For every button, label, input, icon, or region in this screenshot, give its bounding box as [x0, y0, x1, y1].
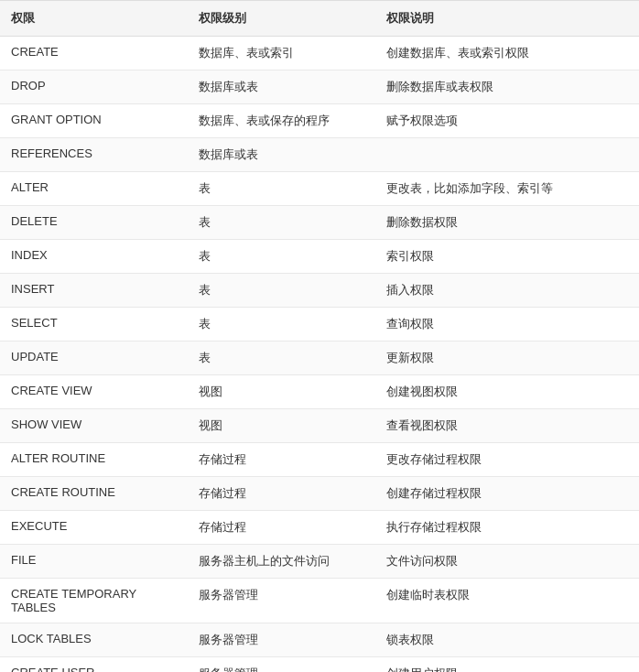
table-row: CREATE TEMPORARY TABLES服务器管理创建临时表权限 [0, 579, 639, 623]
cell-desc: 查询权限 [375, 308, 639, 341]
table-row: SELECT表查询权限 [0, 308, 639, 341]
table-row: UPDATE表更新权限 [0, 341, 639, 375]
table-row: DROP数据库或表删除数据库或表权限 [0, 70, 639, 104]
cell-level: 存储过程 [188, 443, 375, 477]
cell-level: 数据库、表或保存的程序 [188, 104, 375, 138]
cell-priv: FILE [0, 545, 188, 579]
cell-priv: CREATE [0, 37, 188, 70]
cell-priv: GRANT OPTION [0, 104, 188, 138]
table-row: ALTER表更改表，比如添加字段、索引等 [0, 172, 639, 206]
cell-priv: CREATE VIEW [0, 375, 188, 409]
cell-level: 服务器管理 [188, 623, 375, 657]
cell-priv: SELECT [0, 308, 188, 341]
header-level: 权限级别 [188, 1, 375, 37]
cell-desc: 插入权限 [375, 274, 639, 308]
cell-level: 数据库或表 [188, 138, 375, 172]
cell-level: 服务器管理 [188, 657, 375, 673]
cell-desc: 锁表权限 [375, 623, 639, 657]
table-row: INDEX表索引权限 [0, 240, 639, 274]
cell-desc: 查看视图权限 [375, 409, 639, 443]
cell-priv: CREATE ROUTINE [0, 477, 188, 511]
cell-priv: EXECUTE [0, 511, 188, 545]
cell-desc: 索引权限 [375, 240, 639, 274]
header-priv: 权限 [0, 1, 188, 37]
cell-desc [375, 138, 639, 172]
table-header-row: 权限 权限级别 权限说明 [0, 1, 639, 37]
table-row: CREATE USER服务器管理创建用户权限 [0, 657, 639, 673]
cell-desc: 更改存储过程权限 [375, 443, 639, 477]
cell-level: 存储过程 [188, 511, 375, 545]
table-row: CREATE VIEW视图创建视图权限 [0, 375, 639, 409]
table-row: LOCK TABLES服务器管理锁表权限 [0, 623, 639, 657]
cell-level: 视图 [188, 375, 375, 409]
cell-priv: UPDATE [0, 341, 188, 375]
cell-level: 表 [188, 341, 375, 375]
cell-desc: 创建数据库、表或索引权限 [375, 37, 639, 70]
table-row: SHOW VIEW视图查看视图权限 [0, 409, 639, 443]
cell-level: 表 [188, 240, 375, 274]
cell-desc: 创建存储过程权限 [375, 477, 639, 511]
cell-desc: 创建视图权限 [375, 375, 639, 409]
cell-desc: 删除数据权限 [375, 206, 639, 240]
table-row: INSERT表插入权限 [0, 274, 639, 308]
table-row: FILE服务器主机上的文件访问文件访问权限 [0, 545, 639, 579]
cell-desc: 更新权限 [375, 341, 639, 375]
cell-priv: LOCK TABLES [0, 623, 188, 657]
cell-level: 存储过程 [188, 477, 375, 511]
cell-priv: CREATE TEMPORARY TABLES [0, 579, 188, 623]
cell-level: 服务器主机上的文件访问 [188, 545, 375, 579]
table-row: EXECUTE存储过程执行存储过程权限 [0, 511, 639, 545]
cell-desc: 执行存储过程权限 [375, 511, 639, 545]
cell-priv: SHOW VIEW [0, 409, 188, 443]
cell-desc: 创建临时表权限 [375, 579, 639, 623]
cell-priv: INSERT [0, 274, 188, 308]
cell-level: 表 [188, 274, 375, 308]
table-row: CREATE数据库、表或索引创建数据库、表或索引权限 [0, 37, 639, 70]
cell-priv: DELETE [0, 206, 188, 240]
main-container: 权限 权限级别 权限说明 CREATE数据库、表或索引创建数据库、表或索引权限D… [0, 0, 639, 672]
table-row: ALTER ROUTINE存储过程更改存储过程权限 [0, 443, 639, 477]
cell-desc: 更改表，比如添加字段、索引等 [375, 172, 639, 206]
cell-desc: 文件访问权限 [375, 545, 639, 579]
privileges-table: 权限 权限级别 权限说明 CREATE数据库、表或索引创建数据库、表或索引权限D… [0, 0, 639, 672]
header-desc: 权限说明 [375, 1, 639, 37]
table-row: CREATE ROUTINE存储过程创建存储过程权限 [0, 477, 639, 511]
cell-level: 服务器管理 [188, 579, 375, 623]
cell-level: 表 [188, 206, 375, 240]
cell-priv: REFERENCES [0, 138, 188, 172]
table-row: GRANT OPTION数据库、表或保存的程序赋予权限选项 [0, 104, 639, 138]
cell-level: 视图 [188, 409, 375, 443]
cell-level: 数据库或表 [188, 70, 375, 104]
cell-priv: ALTER [0, 172, 188, 206]
cell-priv: CREATE USER [0, 657, 188, 673]
cell-level: 表 [188, 308, 375, 341]
cell-desc: 赋予权限选项 [375, 104, 639, 138]
cell-priv: INDEX [0, 240, 188, 274]
cell-level: 数据库、表或索引 [188, 37, 375, 70]
table-row: REFERENCES数据库或表 [0, 138, 639, 172]
cell-desc: 创建用户权限 [375, 657, 639, 673]
cell-level: 表 [188, 172, 375, 206]
cell-priv: DROP [0, 70, 188, 104]
table-row: DELETE表删除数据权限 [0, 206, 639, 240]
cell-priv: ALTER ROUTINE [0, 443, 188, 477]
cell-desc: 删除数据库或表权限 [375, 70, 639, 104]
